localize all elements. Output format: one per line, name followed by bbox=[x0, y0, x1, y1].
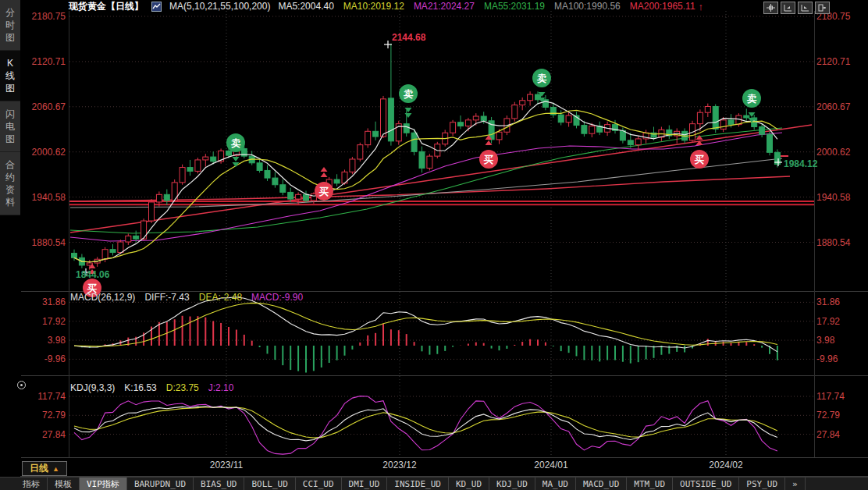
tab-macd-ud[interactable]: MACD_UD bbox=[576, 478, 627, 490]
axis-label: 1880.54 bbox=[816, 237, 865, 248]
chart-toolbar bbox=[763, 2, 830, 14]
dropdown-arrow-icon: ▲ bbox=[52, 465, 59, 473]
svg-text:买: 买 bbox=[319, 186, 329, 197]
axis-label: 117.74 bbox=[816, 391, 865, 402]
sidebar-item-minute-chart[interactable]: 分时图 bbox=[0, 0, 20, 51]
chart-canvas: 买卖买卖买卖买卖 bbox=[0, 0, 868, 490]
price-up-arrow-icon: ↑ bbox=[699, 1, 704, 12]
ma-value: MA5:2004.40 bbox=[278, 1, 333, 12]
tab-inside-ud[interactable]: INSIDE_UD bbox=[387, 478, 449, 490]
ma-value: MA10:2019.12 bbox=[343, 1, 404, 12]
indicator-header-value: MACD(26,12,9) bbox=[70, 292, 135, 303]
svg-text:买: 买 bbox=[695, 154, 705, 165]
sidebar-item-contract-info[interactable]: 合约资料 bbox=[0, 152, 20, 215]
axis-label: 2120.71 bbox=[22, 56, 66, 67]
chart-type-sidebar: 分时图K线图闪电图合约资料 bbox=[0, 0, 20, 490]
ma-value: MA200:1965.11 bbox=[630, 1, 695, 12]
tab-psy-ud[interactable]: PSY_UD bbox=[739, 478, 785, 490]
axis-label: 17.92 bbox=[816, 316, 865, 327]
axis-label: 3.98 bbox=[816, 335, 865, 346]
svg-text:卖: 卖 bbox=[537, 73, 547, 84]
macd-pane-header: MACD(26,12,9)DIFF:-7.43DEA:-2.48MACD:-9.… bbox=[70, 292, 303, 303]
indicator-header-value: MACD:-9.90 bbox=[251, 292, 303, 303]
price-point-label: 1844.06 bbox=[76, 269, 109, 280]
axis-label: 2000.62 bbox=[22, 147, 66, 158]
tab-cci-ud[interactable]: CCI_UD bbox=[296, 478, 342, 490]
axis-label: 2180.75 bbox=[22, 11, 66, 22]
date-label: 2023/12 bbox=[376, 460, 423, 470]
axis-label: 2120.71 bbox=[816, 56, 865, 67]
axis-label: 31.86 bbox=[22, 296, 66, 307]
axis-label: 72.79 bbox=[22, 410, 66, 421]
tab-barupdn-ud[interactable]: BARUPDN_UD bbox=[127, 478, 194, 490]
axis-label: -9.96 bbox=[816, 353, 865, 364]
indicator-header-value: DIFF:-7.43 bbox=[144, 292, 189, 303]
tab-dmi-ud[interactable]: DMI_UD bbox=[342, 478, 388, 490]
indicator-header-value: K:16.53 bbox=[124, 382, 156, 393]
sidebar-item-kline-chart[interactable]: K线图 bbox=[0, 51, 20, 101]
axis-label: 31.86 bbox=[816, 296, 865, 307]
scale-right-icon[interactable] bbox=[798, 2, 813, 14]
axis-label: 1880.54 bbox=[22, 237, 66, 248]
tab-indicators[interactable]: 指标 bbox=[16, 478, 48, 490]
indicator-dot-icon[interactable] bbox=[17, 381, 26, 389]
axis-label: 2000.62 bbox=[816, 147, 865, 158]
axis-label: 72.79 bbox=[816, 410, 865, 421]
axis-label: 27.84 bbox=[22, 429, 66, 440]
chart-header: 现货黄金【日线】 MA(5,10,21,55,100,200) MA5:2004… bbox=[69, 1, 703, 12]
indicator-header-value: DEA:-2.48 bbox=[199, 292, 242, 303]
svg-text:卖: 卖 bbox=[404, 89, 414, 100]
price-point-label: 2144.68 bbox=[392, 32, 425, 43]
ma-value: MA100:1990.56 bbox=[554, 1, 621, 12]
ma-params-label: MA(5,10,21,55,100,200) bbox=[169, 1, 270, 12]
tab-kdj-ud[interactable]: KDJ_UD bbox=[489, 478, 535, 490]
ma-chart-icon bbox=[151, 2, 162, 12]
ma-values: MA5:2004.40MA10:2019.12MA21:2024.27MA55:… bbox=[278, 1, 695, 12]
scale-left-icon[interactable] bbox=[781, 2, 795, 14]
tab-boll-ud[interactable]: BOLL_UD bbox=[244, 478, 295, 490]
tab-templates[interactable]: 模板 bbox=[48, 478, 80, 490]
axis-label: 17.92 bbox=[22, 316, 66, 327]
indicator-header-value: J:2.10 bbox=[208, 382, 234, 393]
axis-label: 27.84 bbox=[816, 429, 865, 440]
axis-label: -9.96 bbox=[22, 353, 66, 364]
tab-bias-ud[interactable]: BIAS_UD bbox=[194, 478, 244, 490]
price-point-label: 1984.12 bbox=[784, 158, 817, 169]
axis-label: 1940.58 bbox=[816, 192, 865, 203]
axis-label: 2060.67 bbox=[816, 101, 865, 112]
ma-value: MA55:2031.19 bbox=[484, 1, 545, 12]
period-selector-button[interactable]: 日线 ▲ bbox=[22, 461, 67, 476]
indicator-header-value: D:23.75 bbox=[166, 382, 199, 393]
indicator-header-value: KDJ(9,3,3) bbox=[70, 382, 115, 393]
pane-exit-icon[interactable] bbox=[815, 2, 830, 14]
period-label: 日线 bbox=[30, 462, 48, 475]
tab-vip-indicators[interactable]: VIP指标 bbox=[80, 478, 127, 490]
tab-kd-ud[interactable]: KD_UD bbox=[449, 478, 489, 490]
indicator-tab-bar: 指标模板VIP指标BARUPDN_UDBIAS_UDBOLL_UDCCI_UDD… bbox=[0, 477, 868, 490]
date-label: 2024/02 bbox=[703, 460, 749, 470]
svg-text:买: 买 bbox=[484, 154, 494, 165]
crosshair-icon[interactable] bbox=[763, 2, 778, 14]
svg-text:卖: 卖 bbox=[747, 94, 757, 105]
tab-more-tabs[interactable]: » bbox=[785, 478, 806, 490]
trading-app-window: 买卖买卖买卖买卖 2180.752180.752120.712120.71206… bbox=[0, 0, 868, 490]
ma-value: MA21:2024.27 bbox=[414, 1, 475, 12]
svg-text:卖: 卖 bbox=[231, 138, 241, 149]
axis-label: 1940.58 bbox=[22, 192, 66, 203]
axis-label: 3.98 bbox=[22, 335, 66, 346]
symbol-title: 现货黄金【日线】 bbox=[69, 0, 144, 13]
date-label: 2024/01 bbox=[528, 460, 575, 470]
tab-mtm-ud[interactable]: MTM_UD bbox=[627, 478, 673, 490]
sell-marker: 卖 bbox=[399, 84, 418, 118]
tab-ma-ud[interactable]: MA_UD bbox=[535, 478, 576, 490]
date-label: 2023/11 bbox=[203, 460, 250, 470]
kdj-pane-header: KDJ(9,3,3)K:16.53D:23.75J:2.10 bbox=[70, 382, 233, 393]
axis-label: 117.74 bbox=[22, 391, 66, 402]
axis-label: 2060.67 bbox=[22, 101, 66, 112]
tab-outside-ud[interactable]: OUTSIDE_UD bbox=[673, 478, 739, 490]
sidebar-item-lightning-chart[interactable]: 闪电图 bbox=[0, 101, 20, 152]
